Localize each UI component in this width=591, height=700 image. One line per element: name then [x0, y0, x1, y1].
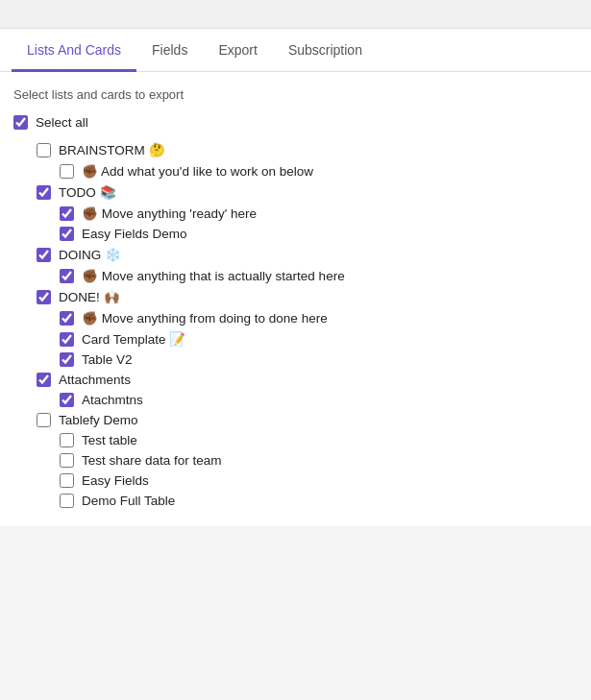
label-done-card-2: Card Template 📝 [82, 331, 185, 347]
list-row-tablefy: Tablefy Demo [13, 410, 578, 430]
card-row-brainstorm-1: ✊🏾 Add what you'd like to work on below [13, 160, 578, 181]
label-tablefy: Tablefy Demo [59, 413, 138, 427]
list-row-brainstorm: BRAINSTORM 🤔 [13, 139, 578, 160]
label-doing: DOING ❄️ [59, 247, 121, 262]
tab-lists-and-cards[interactable]: Lists And Cards [12, 29, 136, 72]
tab-subscription[interactable]: Subscription [273, 29, 378, 72]
card-row-done-3: Table V2 [13, 350, 578, 370]
list-row-doing: DOING ❄️ [13, 244, 578, 265]
label-tablefy-card-2: Test share data for team [82, 453, 222, 468]
tabs-bar: Lists And Cards Fields Export Subscripti… [0, 29, 591, 72]
card-row-doing-1: ✊🏾 Move anything that is actually starte… [13, 265, 578, 286]
checkbox-done-card-2[interactable] [60, 332, 74, 347]
label-todo-card-2: Easy Fields Demo [82, 227, 187, 241]
card-row-tablefy-1: Test table [13, 430, 578, 450]
checkbox-tablefy-card-3[interactable] [60, 473, 74, 488]
label-brainstorm: BRAINSTORM 🤔 [59, 142, 165, 157]
list-row-done: DONE! 🙌🏾 [13, 286, 578, 307]
card-row-attachments-1: Atachmtns [13, 390, 578, 410]
subtitle: Select lists and cards to export [13, 87, 578, 102]
card-row-done-1: ✊🏾 Move anything from doing to done here [13, 307, 578, 328]
tab-fields[interactable]: Fields [136, 29, 203, 72]
label-brainstorm-card-1: ✊🏾 Add what you'd like to work on below [82, 163, 313, 179]
tab-export[interactable]: Export [203, 29, 272, 72]
card-row-tablefy-4: Demo Full Table [13, 491, 578, 511]
label-todo-card-1: ✊🏾 Move anything 'ready' here [82, 205, 257, 221]
label-doing-card-1: ✊🏾 Move anything that is actually starte… [82, 268, 345, 283]
card-row-todo-2: Easy Fields Demo [13, 224, 578, 244]
checkbox-todo[interactable] [37, 185, 51, 200]
label-tablefy-card-4: Demo Full Table [82, 494, 175, 508]
select-all-row: Select all [13, 115, 578, 130]
list-row-attachments: Attachments [13, 370, 578, 390]
label-tablefy-card-3: Easy Fields [82, 473, 149, 488]
checkbox-done-card-3[interactable] [60, 352, 74, 367]
card-row-todo-1: ✊🏾 Move anything 'ready' here [13, 203, 578, 224]
checkbox-doing-card-1[interactable] [60, 269, 74, 283]
card-row-done-2: Card Template 📝 [13, 328, 578, 350]
select-all-checkbox[interactable] [13, 115, 28, 130]
label-done: DONE! 🙌🏾 [59, 289, 120, 304]
checkbox-doing[interactable] [37, 248, 51, 262]
main-content: Select lists and cards to export Select … [0, 72, 591, 526]
checkbox-brainstorm-card-1[interactable] [60, 164, 74, 179]
list-row-todo: TODO 📚 [13, 181, 578, 203]
label-attachments: Attachments [59, 373, 131, 387]
checkbox-tablefy[interactable] [37, 413, 51, 427]
checkbox-todo-card-2[interactable] [60, 227, 74, 241]
checkbox-tablefy-card-1[interactable] [60, 433, 74, 447]
card-row-tablefy-2: Test share data for team [13, 450, 578, 471]
top-bar [0, 0, 591, 29]
label-tablefy-card-1: Test table [82, 433, 137, 447]
checkbox-tablefy-card-4[interactable] [60, 494, 74, 508]
select-all-label: Select all [36, 115, 88, 130]
checkbox-attachments-card-1[interactable] [60, 393, 74, 407]
label-todo: TODO 📚 [59, 184, 116, 200]
checkbox-todo-card-1[interactable] [60, 206, 74, 221]
label-done-card-3: Table V2 [82, 352, 133, 367]
checkbox-attachments[interactable] [37, 373, 51, 387]
checkbox-tablefy-card-2[interactable] [60, 453, 74, 468]
checkbox-done[interactable] [37, 290, 51, 304]
label-done-card-1: ✊🏾 Move anything from doing to done here [82, 310, 328, 326]
card-row-tablefy-3: Easy Fields [13, 471, 578, 491]
checkbox-done-card-1[interactable] [60, 311, 74, 326]
label-attachments-card-1: Atachmtns [82, 393, 143, 407]
checkbox-brainstorm[interactable] [37, 143, 51, 157]
